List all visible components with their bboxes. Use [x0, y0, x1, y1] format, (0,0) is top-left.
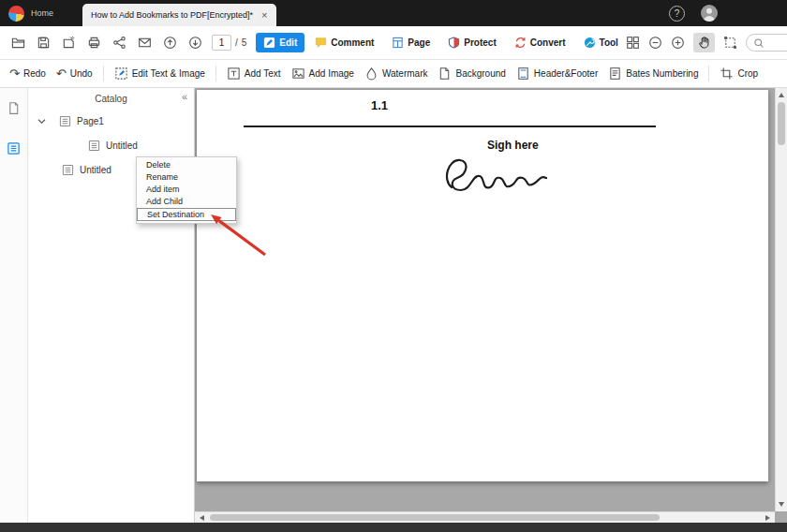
previous-page-icon[interactable] [163, 36, 177, 50]
page-grid-icon [392, 37, 404, 49]
redo-button[interactable]: ↷ Redo [9, 67, 46, 80]
menu-item-add-child[interactable]: Add Child [137, 196, 236, 208]
bookmark-item-icon [62, 164, 74, 176]
vertical-scroll-thumb[interactable] [778, 102, 785, 145]
add-text-button[interactable]: Add Text [227, 66, 281, 81]
vertical-scrollbar[interactable] [775, 88, 787, 511]
watermark-drop-icon [364, 66, 379, 81]
titlebar-right: ? [669, 5, 718, 22]
toolbar-separator [215, 66, 216, 81]
file-actions-group [11, 36, 202, 50]
horizontal-scrollbar[interactable] [195, 511, 775, 523]
mode-tab-tool[interactable]: Tool [576, 33, 626, 52]
undo-label: Undo [70, 68, 93, 79]
redo-label: Redo [23, 68, 46, 79]
search-box[interactable] [746, 34, 787, 52]
zoom-out-icon[interactable] [648, 36, 662, 50]
account-avatar[interactable] [701, 5, 718, 22]
mode-tab-protect[interactable]: Protect [440, 33, 503, 52]
save-as-icon[interactable] [62, 36, 76, 50]
thumbnail-view-icon[interactable] [626, 36, 640, 50]
toolbar-separator [103, 66, 104, 81]
select-area-icon[interactable] [723, 36, 737, 50]
save-icon[interactable] [37, 36, 51, 50]
background-page-icon [438, 66, 452, 81]
tab-close-icon[interactable]: × [261, 10, 267, 21]
hand-icon [697, 36, 711, 50]
menu-item-delete[interactable]: Delete [137, 159, 236, 171]
watermark-button[interactable]: Watermark [364, 66, 428, 81]
edit-text-image-button[interactable]: Edit Text & Image [114, 66, 205, 81]
crop-label: Crop [737, 68, 758, 79]
catalog-item-untitled-1[interactable]: Untitled [28, 133, 194, 157]
background-label: Background [455, 68, 505, 79]
edit-text-image-label: Edit Text & Image [132, 68, 205, 79]
header-footer-button[interactable]: Header&Footer [516, 66, 598, 81]
thumbnails-panel-icon[interactable] [7, 101, 21, 115]
undo-icon: ↶ [56, 67, 67, 80]
menu-item-set-destination[interactable]: Set Destination [137, 208, 236, 221]
scroll-up-icon[interactable] [779, 93, 784, 97]
menu-item-add-item[interactable]: Add item [137, 184, 236, 196]
chevron-down-icon[interactable] [37, 118, 46, 125]
catalog-item-page1[interactable]: Page1 [28, 109, 194, 133]
mode-label: Edit [279, 37, 297, 48]
pdf-page[interactable]: 1.1 Sigh here [197, 90, 768, 481]
mode-label: Page [408, 37, 430, 48]
mode-tab-edit[interactable]: Edit [256, 33, 304, 52]
horizontal-scroll-thumb[interactable] [210, 514, 660, 521]
scroll-left-icon[interactable] [200, 515, 204, 521]
mode-tab-comment[interactable]: Comment [307, 33, 381, 52]
home-label[interactable]: Home [31, 8, 53, 18]
zoom-in-icon[interactable] [671, 36, 685, 50]
comment-bubble-icon [315, 37, 327, 49]
open-file-icon[interactable] [11, 36, 25, 50]
email-icon[interactable] [138, 36, 152, 50]
add-image-icon [291, 66, 305, 81]
bookmarks-panel-icon[interactable] [7, 141, 21, 155]
signature-scribble [438, 152, 560, 203]
document-tab-title: How to Add Bookmarks to PDF[Encrypted]* [91, 10, 253, 20]
window-bottom-edge [0, 523, 787, 532]
bookmark-item-icon [88, 140, 100, 152]
page-number-input[interactable]: 1 [212, 35, 231, 51]
mode-tab-convert[interactable]: Convert [507, 33, 573, 52]
help-icon[interactable]: ? [669, 6, 685, 22]
bates-numbering-button[interactable]: Bates Numbering [608, 66, 698, 81]
next-page-icon[interactable] [188, 36, 202, 50]
page-indicator: 1 / 5 [212, 35, 246, 51]
add-text-icon [227, 66, 241, 81]
mode-tabs: Edit Comment Page Protect Convert [256, 33, 626, 52]
mode-label: Convert [530, 37, 566, 48]
crop-button[interactable]: Crop [720, 66, 758, 81]
mode-tab-page[interactable]: Page [384, 33, 438, 52]
main-toolbar: 1 / 5 Edit Comment Page Protect [0, 26, 787, 60]
page-rule-line [244, 126, 656, 127]
watermark-label: Watermark [382, 68, 428, 79]
document-tab[interactable]: How to Add Bookmarks to PDF[Encrypted]* … [82, 4, 276, 26]
background-button[interactable]: Background [438, 66, 505, 81]
bates-numbering-label: Bates Numbering [626, 68, 698, 79]
scroll-down-icon[interactable] [779, 502, 784, 507]
mode-label: Comment [331, 37, 374, 48]
add-image-button[interactable]: Add Image [291, 66, 354, 81]
crop-icon [720, 66, 734, 81]
bates-numbering-icon [608, 66, 622, 81]
collapse-panel-icon[interactable]: « [182, 91, 187, 102]
document-viewport: 1.1 Sigh here [195, 88, 787, 523]
redo-icon: ↷ [9, 67, 20, 80]
share-icon[interactable] [112, 36, 126, 50]
search-input[interactable] [768, 37, 787, 48]
menu-item-rename[interactable]: Rename [137, 171, 236, 184]
bookmark-item-icon [59, 115, 71, 127]
shield-icon [448, 37, 460, 49]
tool-wrench-icon [584, 37, 596, 49]
add-image-label: Add Image [309, 68, 354, 79]
print-icon[interactable] [87, 36, 101, 50]
header-footer-icon [516, 66, 530, 81]
scroll-right-icon[interactable] [765, 515, 770, 521]
page-heading: 1.1 [371, 98, 388, 112]
hand-tool-button[interactable] [693, 33, 715, 52]
undo-button[interactable]: ↶ Undo [56, 67, 93, 80]
app-logo-icon [8, 6, 24, 22]
